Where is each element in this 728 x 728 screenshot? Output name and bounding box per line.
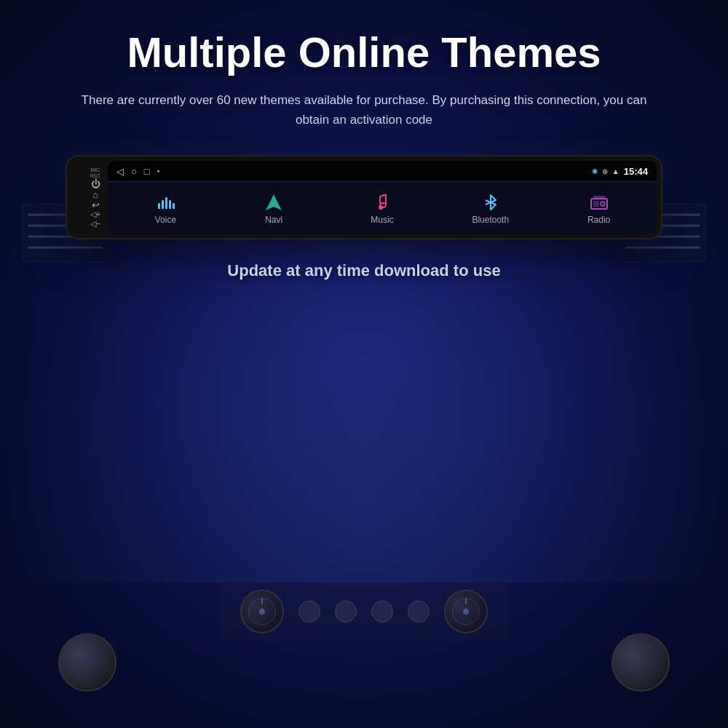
main-screen: ◁ ○ □ ▪ ✱ ⊕ ▲ 15:44 xyxy=(108,161,657,234)
status-nav: ◁ ○ □ ▪ xyxy=(116,166,159,177)
side-button-panel: MIC RST ⏻ ⌂ ↩ ◁+ ◁− xyxy=(87,161,103,234)
right-climate-knob xyxy=(444,590,488,633)
voice-icon xyxy=(156,193,175,212)
svg-rect-32 xyxy=(173,203,175,209)
left-knob-large xyxy=(58,633,116,692)
svg-rect-30 xyxy=(165,197,167,209)
status-bar: ◁ ○ □ ▪ ✱ ⊕ ▲ 15:44 xyxy=(108,161,657,181)
page-content: Multiple Online Themes There are current… xyxy=(0,0,728,302)
radio-label: Radio xyxy=(587,215,610,225)
radio-icon xyxy=(590,193,609,212)
nav-item-voice[interactable]: Voice xyxy=(136,193,194,225)
rst-label: RST xyxy=(90,173,100,178)
bluetooth-label: Bluetooth xyxy=(472,215,509,225)
voice-label: Voice xyxy=(155,215,176,225)
nav-recent-btn[interactable]: □ xyxy=(144,166,150,177)
climate-btn-4 xyxy=(408,601,430,622)
svg-rect-38 xyxy=(593,196,605,198)
svg-rect-35 xyxy=(593,201,599,207)
nav-item-music[interactable]: Music xyxy=(353,193,411,225)
bluetooth-nav-icon xyxy=(481,193,500,212)
navi-label: Navi xyxy=(265,215,282,225)
nav-back-btn[interactable]: ◁ xyxy=(116,166,124,177)
page-subtitle: There are currently over 60 new themes a… xyxy=(66,90,662,130)
nav-home-btn[interactable]: ○ xyxy=(131,166,137,177)
vol-up-button[interactable]: ◁+ xyxy=(90,210,100,218)
power-button[interactable]: ⏻ xyxy=(91,179,100,189)
climate-controls-bg xyxy=(218,582,510,641)
car-radio-device: MIC RST ⏻ ⌂ ↩ ◁+ ◁− ◁ ○ □ ▪ xyxy=(66,155,662,240)
svg-rect-31 xyxy=(169,200,171,209)
home-button[interactable]: ⌂ xyxy=(92,190,98,199)
svg-rect-29 xyxy=(162,200,164,209)
climate-btn-3 xyxy=(371,601,393,622)
device-body: MIC RST ⏻ ⌂ ↩ ◁+ ◁− ◁ ○ □ ▪ xyxy=(66,155,662,240)
nav-item-navi[interactable]: Navi xyxy=(245,193,303,225)
svg-point-16 xyxy=(463,609,469,614)
page-title: Multiple Online Themes xyxy=(127,29,601,76)
left-climate-knob xyxy=(240,590,284,633)
svg-rect-28 xyxy=(158,203,160,209)
svg-point-13 xyxy=(259,609,265,614)
location-icon: ⊕ xyxy=(602,167,608,175)
music-icon xyxy=(373,193,392,212)
screen-body: Ƀ Ƀ ⏮ ⏯ ⏭ xyxy=(108,181,657,234)
climate-btn-1 xyxy=(298,601,320,622)
nav-extra-btn[interactable]: ▪ xyxy=(157,167,159,175)
vol-down-button[interactable]: ◁− xyxy=(90,220,100,228)
climate-btn-2 xyxy=(335,601,357,622)
status-time: 15:44 xyxy=(624,166,648,177)
right-knob-large xyxy=(612,633,670,692)
wifi-icon: ▲ xyxy=(612,167,620,175)
bottom-navigation: Voice Navi xyxy=(108,181,657,234)
bt-status-icon: ✱ xyxy=(592,167,598,175)
mic-label: MIC xyxy=(91,167,100,173)
nav-item-radio[interactable]: Radio xyxy=(570,193,628,225)
nav-item-bluetooth[interactable]: Bluetooth xyxy=(462,193,520,225)
navi-icon xyxy=(264,193,283,212)
back-button[interactable]: ↩ xyxy=(92,200,100,210)
svg-point-37 xyxy=(602,203,604,205)
music-label: Music xyxy=(371,215,393,225)
svg-point-33 xyxy=(379,205,383,210)
status-icons: ✱ ⊕ ▲ 15:44 xyxy=(592,166,648,177)
footer-text: Update at any time download to use xyxy=(227,261,500,280)
